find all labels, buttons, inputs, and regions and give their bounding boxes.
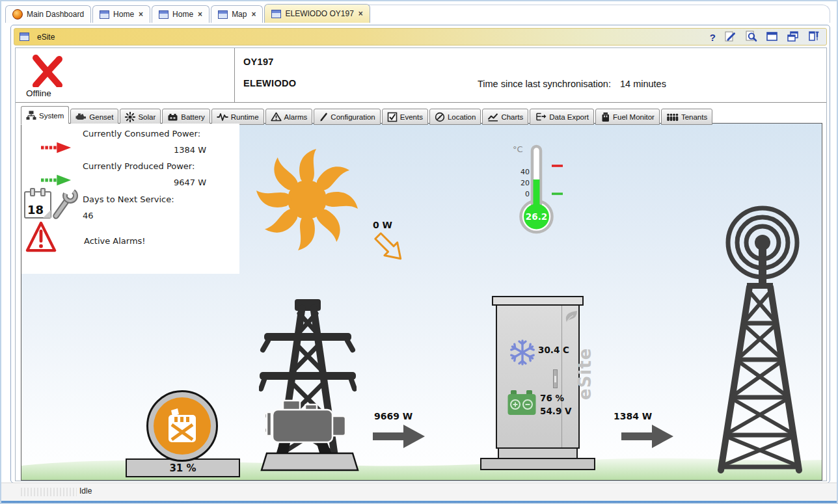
toolbar-buttons: ? (710, 29, 820, 46)
thermometer-value: 26.2 (526, 211, 547, 222)
editor-tab-bar: Main Dashboard Home × Home × Map × ELEWI… (5, 3, 372, 23)
fuel-gauge-inner (154, 397, 211, 455)
tab-alarms[interactable]: Alarms (265, 109, 313, 125)
calendar-ring (30, 188, 35, 196)
tab-fuel-monitor[interactable]: Fuel Monitor (595, 109, 660, 125)
thermometer: °C 40 20 0 26.2 (506, 141, 571, 237)
fuel-gauge (146, 390, 218, 462)
consumed-power-label: Currently Consumed Power: (83, 129, 200, 139)
sun-icon (254, 146, 361, 254)
battery-icon (507, 390, 536, 416)
site-id: OY197 (243, 57, 274, 67)
close-icon[interactable]: × (198, 10, 202, 19)
close-icon[interactable]: × (139, 10, 143, 19)
site-name: ELEWIODO (243, 78, 296, 88)
view-title: eSite (37, 33, 55, 42)
cabinet-temperature: 30.4 C (538, 345, 569, 355)
tab-data-export[interactable]: Data Export (530, 109, 594, 125)
service-value: 46 (83, 211, 94, 220)
sync-label: Time since last synchronisation: (478, 79, 611, 89)
cabinet-pedestal (498, 447, 578, 459)
jerrycan-icon (167, 408, 197, 444)
tab-runtime[interactable]: Runtime (211, 109, 264, 125)
active-alarms-label: Active Alarms! (84, 236, 146, 246)
editor-tab-home-1[interactable]: Home × (92, 5, 150, 23)
tab-location[interactable]: Location (429, 109, 481, 125)
view-frame: eSite ? Offline OY197 ELEWIODO Time s (10, 25, 830, 483)
tab-label: System (39, 112, 64, 120)
editor-tab-main-dashboard[interactable]: Main Dashboard (5, 5, 91, 23)
solar-flow-arrow (372, 230, 413, 271)
editor-tab-elewiodo[interactable]: ELEWIODO OY197 × (264, 4, 370, 23)
cabinet-base (480, 458, 595, 470)
tab-charts[interactable]: Charts (482, 109, 528, 125)
tab-label: Alarms (284, 113, 308, 121)
calendar-icon: 18 (24, 191, 51, 219)
calendar-ring (40, 188, 46, 196)
sync-value: 14 minutes (620, 79, 666, 89)
tab-solar[interactable]: Solar (120, 109, 161, 125)
editor-tab-home-2[interactable]: Home × (152, 5, 210, 23)
tab-label: Solar (138, 113, 155, 121)
header-bottom-line (16, 102, 826, 103)
tab-label: Data Export (549, 113, 589, 121)
window-bottom-edge (1, 501, 837, 503)
window-icon (159, 10, 169, 19)
tab-system[interactable]: System (21, 106, 69, 125)
leaf-icon (563, 309, 580, 326)
search-icon[interactable] (745, 30, 757, 45)
cabinet-brand: eSite (575, 332, 596, 416)
genset-flow-arrow (373, 424, 426, 449)
load-power-label: 1384 W (614, 411, 652, 421)
editor-tab-map[interactable]: Map × (211, 5, 263, 23)
maximize-icon[interactable] (766, 31, 778, 44)
offline-x-icon (30, 53, 64, 87)
thermometer-tick-0: 0 (525, 190, 530, 198)
tab-label: Battery (181, 113, 204, 121)
cabinet-door-line (561, 306, 562, 447)
wrench-icon (50, 189, 79, 221)
tab-label: Configuration (331, 113, 375, 121)
window-icon (218, 10, 228, 19)
restore-icon[interactable] (787, 31, 799, 45)
calendar-day: 18 (27, 203, 44, 217)
editor-tab-label: Map (232, 10, 247, 19)
tab-label: Location (448, 113, 476, 121)
thermometer-tick-20: 20 (520, 179, 530, 187)
connection-status: Offline (26, 88, 51, 98)
tab-tenants[interactable]: Tenants (661, 109, 712, 125)
radio-tower-graphic (710, 283, 810, 475)
editor-tab-label: Home (172, 10, 193, 19)
header-divider (234, 48, 235, 102)
tab-configuration[interactable]: Configuration (314, 109, 380, 125)
editor-tab-label: Main Dashboard (27, 10, 84, 19)
help-icon[interactable]: ? (710, 32, 716, 43)
progress-region (21, 488, 77, 496)
tab-genset[interactable]: Genset (70, 109, 118, 125)
site-summary-panel: Currently Consumed Power: 1384 W Current… (21, 124, 239, 274)
battery-percent: 76 % (540, 393, 564, 403)
section-tab-bar: System Genset Solar Battery Runtime Alar… (21, 106, 714, 125)
status-bar: Idle (1, 483, 837, 501)
site-content: Offline OY197 ELEWIODO Time since last s… (15, 47, 827, 481)
view-toolbar: eSite ? (14, 28, 827, 46)
load-flow-arrow (621, 424, 675, 449)
produced-power-icon (41, 172, 72, 189)
tab-label: Fuel Monitor (613, 113, 655, 121)
edit-icon[interactable] (724, 30, 737, 45)
tab-events[interactable]: Events (382, 109, 428, 125)
cabinet-handle (553, 369, 558, 388)
tab-label: Runtime (231, 113, 259, 121)
esite-cabinet: eSite 30.4 C (480, 296, 596, 471)
consumed-power-value: 1384 W (83, 145, 206, 155)
editor-tab-label: Home (113, 10, 134, 19)
close-icon[interactable]: × (251, 10, 256, 19)
close-icon[interactable]: × (358, 9, 363, 18)
genset-power-label: 9669 W (374, 411, 412, 421)
tab-label: Genset (89, 113, 113, 121)
tab-battery[interactable]: Battery (162, 109, 210, 125)
pin-icon[interactable] (807, 31, 820, 45)
snowflake-icon (509, 339, 536, 366)
battery-voltage: 54.9 V (540, 406, 571, 416)
solar-power-label: 0 W (373, 220, 392, 230)
